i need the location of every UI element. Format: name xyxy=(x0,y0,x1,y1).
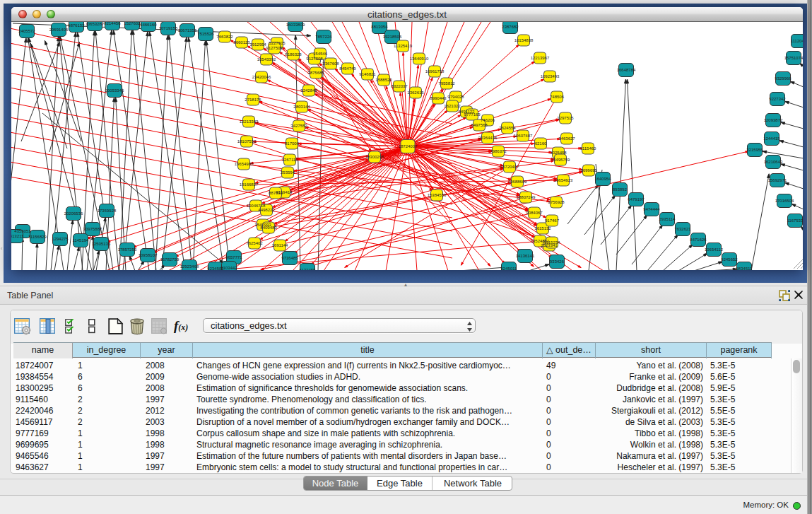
svg-text:8990443: 8990443 xyxy=(430,96,447,100)
svg-text:9777169: 9777169 xyxy=(464,112,481,117)
svg-text:1362615: 1362615 xyxy=(407,90,424,95)
svg-text:12093872: 12093872 xyxy=(764,118,783,122)
svg-text:16782759: 16782759 xyxy=(160,257,180,262)
svg-text:1145194: 1145194 xyxy=(73,238,90,243)
svg-text:12923468: 12923468 xyxy=(180,264,199,269)
svg-text:7625402: 7625402 xyxy=(246,241,263,245)
svg-text:8813054: 8813054 xyxy=(371,25,388,29)
svg-text:62160: 62160 xyxy=(535,141,547,146)
svg-text:16210643: 16210643 xyxy=(764,160,783,164)
svg-text:154546: 154546 xyxy=(313,52,328,56)
svg-text:9463627: 9463627 xyxy=(558,136,575,141)
svg-text:11156829: 11156829 xyxy=(28,235,47,239)
svg-text:1167533: 1167533 xyxy=(787,218,803,223)
svg-text:10958107: 10958107 xyxy=(139,253,158,257)
svg-text:8660123: 8660123 xyxy=(233,40,250,45)
svg-text:9329966: 9329966 xyxy=(775,76,792,81)
svg-text:8454749: 8454749 xyxy=(339,66,356,71)
svg-text:2405572: 2405572 xyxy=(18,29,35,33)
svg-text:9115460: 9115460 xyxy=(580,146,597,151)
svg-text:2387682: 2387682 xyxy=(502,25,519,29)
svg-text:19218506: 19218506 xyxy=(383,35,402,39)
svg-text:20206536: 20206536 xyxy=(64,211,83,216)
svg-text:30975887: 30975887 xyxy=(83,227,102,231)
svg-text:1297515: 1297515 xyxy=(557,116,574,120)
svg-text:3875685: 3875685 xyxy=(307,71,324,75)
svg-text:8471626: 8471626 xyxy=(690,238,707,242)
svg-text:20053346: 20053346 xyxy=(105,88,124,93)
svg-text:1615132: 1615132 xyxy=(534,226,551,230)
svg-text:18107552: 18107552 xyxy=(237,139,257,144)
svg-text:17016504: 17016504 xyxy=(775,199,794,203)
svg-text:11325419: 11325419 xyxy=(394,44,413,48)
svg-text:817006: 817006 xyxy=(285,141,300,146)
svg-text:3215955: 3215955 xyxy=(746,148,763,152)
svg-text:18807249: 18807249 xyxy=(517,195,536,199)
svg-text:8103442: 8103442 xyxy=(220,266,237,270)
svg-text:10671355: 10671355 xyxy=(178,28,197,33)
svg-text:17857255: 17857255 xyxy=(118,247,137,252)
svg-text:12213383: 12213383 xyxy=(240,119,259,124)
svg-text:9127508: 9127508 xyxy=(306,57,323,61)
svg-text:8813211: 8813211 xyxy=(11,234,24,238)
svg-text:1527602: 1527602 xyxy=(124,22,141,25)
svg-text:7632621: 7632621 xyxy=(674,227,691,231)
svg-text:13640910: 13640910 xyxy=(410,57,429,61)
svg-text:2935114: 2935114 xyxy=(659,217,676,221)
svg-text:10154838: 10154838 xyxy=(514,38,534,42)
svg-text:9146821: 9146821 xyxy=(359,72,376,76)
svg-text:9127505: 9127505 xyxy=(266,46,283,50)
svg-text:15751074: 15751074 xyxy=(784,56,803,60)
svg-text:8186328: 8186328 xyxy=(285,52,302,57)
svg-text:20691406: 20691406 xyxy=(49,28,69,32)
svg-text:8132455: 8132455 xyxy=(299,268,316,270)
svg-text:9794028: 9794028 xyxy=(447,95,464,99)
svg-text:10607487: 10607487 xyxy=(514,134,533,138)
svg-text:10653287: 10653287 xyxy=(86,22,105,26)
svg-text:12213967: 12213967 xyxy=(531,56,550,60)
svg-text:1588520: 1588520 xyxy=(375,78,392,82)
svg-text:887833: 887833 xyxy=(269,191,283,195)
svg-text:7955812: 7955812 xyxy=(438,81,455,86)
svg-text:14136141: 14136141 xyxy=(516,254,535,258)
svg-text:17359928: 17359928 xyxy=(98,209,117,213)
svg-text:4359051: 4359051 xyxy=(14,229,31,233)
svg-text:6497568: 6497568 xyxy=(471,123,488,127)
svg-text:2718176: 2718176 xyxy=(245,98,261,102)
svg-text:1640954: 1640954 xyxy=(594,177,611,181)
svg-text:10719155: 10719155 xyxy=(159,26,178,30)
svg-text:9245652: 9245652 xyxy=(721,257,738,262)
svg-text:3912954: 3912954 xyxy=(249,42,266,47)
svg-text:9699695: 9699695 xyxy=(580,168,597,173)
svg-text:15384556: 15384556 xyxy=(428,193,447,197)
svg-text:746206: 746206 xyxy=(481,118,495,122)
svg-text:20364436: 20364436 xyxy=(478,136,498,140)
svg-text:3267110: 3267110 xyxy=(282,158,299,162)
svg-text:7663822: 7663822 xyxy=(216,35,233,39)
svg-text:9756928: 9756928 xyxy=(548,200,565,204)
svg-text:748506: 748506 xyxy=(550,95,565,99)
svg-text:9834511: 9834511 xyxy=(736,267,753,270)
svg-text:4498222: 4498222 xyxy=(258,208,275,212)
svg-text:16961758: 16961758 xyxy=(425,69,445,74)
svg-text:8214456: 8214456 xyxy=(104,22,121,25)
svg-text:15720407: 15720407 xyxy=(500,165,519,169)
svg-text:2367608: 2367608 xyxy=(322,62,339,66)
svg-text:16033809: 16033809 xyxy=(286,23,305,27)
svg-text:6466160: 6466160 xyxy=(140,23,157,27)
svg-text:10654112: 10654112 xyxy=(705,247,724,252)
svg-text:1244415: 1244415 xyxy=(763,136,780,141)
svg-text:8409489: 8409489 xyxy=(260,226,277,230)
svg-text:1294275: 1294275 xyxy=(52,237,69,241)
svg-text:893892: 893892 xyxy=(613,187,628,192)
svg-text:9245011: 9245011 xyxy=(501,267,518,270)
svg-text:18724007: 18724007 xyxy=(399,144,418,148)
svg-text:19654985: 19654985 xyxy=(235,162,254,166)
svg-text:15692971: 15692971 xyxy=(768,178,787,182)
svg-text:6479197: 6479197 xyxy=(628,197,645,201)
svg-text:9876152: 9876152 xyxy=(68,23,85,28)
svg-text:1112045: 1112045 xyxy=(791,39,803,43)
svg-text:1621022: 1621022 xyxy=(444,104,461,108)
svg-text:9474444: 9474444 xyxy=(643,207,660,211)
svg-text:9084067: 9084067 xyxy=(526,211,543,215)
